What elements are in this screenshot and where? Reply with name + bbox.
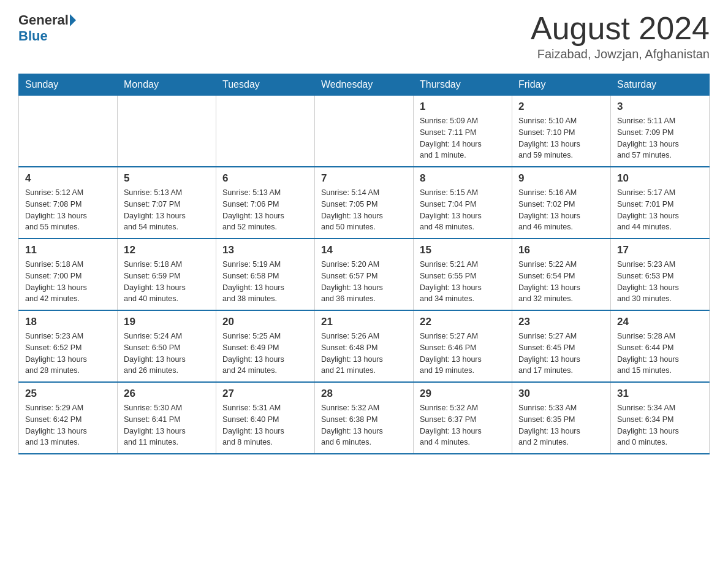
calendar-cell: 30Sunrise: 5:33 AMSunset: 6:35 PMDayligh… [512,382,611,454]
calendar-cell: 8Sunrise: 5:15 AMSunset: 7:04 PMDaylight… [414,167,512,239]
calendar-cell: 28Sunrise: 5:32 AMSunset: 6:38 PMDayligh… [315,382,414,454]
calendar-cell [216,96,315,167]
calendar-cell: 10Sunrise: 5:17 AMSunset: 7:01 PMDayligh… [611,167,710,239]
day-number: 11 [25,244,111,256]
weekday-header-tuesday: Tuesday [216,74,315,96]
calendar-week-3: 11Sunrise: 5:18 AMSunset: 7:00 PMDayligh… [19,239,710,310]
calendar-cell: 20Sunrise: 5:25 AMSunset: 6:49 PMDayligh… [216,310,315,382]
day-number: 28 [321,388,407,400]
day-number: 12 [124,244,210,256]
day-info: Sunrise: 5:11 AMSunset: 7:09 PMDaylight:… [617,115,703,161]
day-number: 7 [321,172,407,185]
calendar-cell: 23Sunrise: 5:27 AMSunset: 6:45 PMDayligh… [512,310,611,382]
day-info: Sunrise: 5:10 AMSunset: 7:10 PMDaylight:… [518,115,604,161]
calendar-cell: 19Sunrise: 5:24 AMSunset: 6:50 PMDayligh… [118,310,216,382]
calendar-cell [118,96,216,167]
day-number: 27 [222,388,308,400]
calendar-cell: 2Sunrise: 5:10 AMSunset: 7:10 PMDaylight… [512,96,611,167]
day-info: Sunrise: 5:09 AMSunset: 7:11 PMDaylight:… [420,115,506,161]
calendar-cell: 18Sunrise: 5:23 AMSunset: 6:52 PMDayligh… [19,310,118,382]
day-number: 30 [518,388,604,400]
day-info: Sunrise: 5:29 AMSunset: 6:42 PMDaylight:… [25,402,111,448]
logo-blue-text: Blue [18,28,48,44]
calendar-cell: 6Sunrise: 5:13 AMSunset: 7:06 PMDaylight… [216,167,315,239]
calendar-cell: 17Sunrise: 5:23 AMSunset: 6:53 PMDayligh… [611,239,710,310]
day-number: 2 [518,101,604,113]
day-info: Sunrise: 5:28 AMSunset: 6:44 PMDaylight:… [617,331,703,377]
day-info: Sunrise: 5:34 AMSunset: 6:34 PMDaylight:… [617,402,703,448]
day-info: Sunrise: 5:31 AMSunset: 6:40 PMDaylight:… [222,402,308,448]
calendar-cell: 24Sunrise: 5:28 AMSunset: 6:44 PMDayligh… [611,310,710,382]
page-header: General Blue August 2024 Faizabad, Jowzj… [18,12,710,61]
calendar-cell: 12Sunrise: 5:18 AMSunset: 6:59 PMDayligh… [118,239,216,310]
day-info: Sunrise: 5:27 AMSunset: 6:45 PMDaylight:… [518,331,604,377]
day-number: 13 [222,244,308,256]
day-number: 17 [617,244,703,256]
day-info: Sunrise: 5:26 AMSunset: 6:48 PMDaylight:… [321,331,407,377]
day-number: 25 [25,388,111,400]
day-number: 26 [124,388,210,400]
logo-arrow-icon [70,14,76,26]
weekday-header-sunday: Sunday [19,74,118,96]
calendar-week-1: 1Sunrise: 5:09 AMSunset: 7:11 PMDaylight… [19,96,710,167]
calendar-week-5: 25Sunrise: 5:29 AMSunset: 6:42 PMDayligh… [19,382,710,454]
day-number: 15 [420,244,506,256]
calendar-cell: 13Sunrise: 5:19 AMSunset: 6:58 PMDayligh… [216,239,315,310]
day-number: 21 [321,316,407,328]
logo-general-text: General [18,12,69,28]
day-info: Sunrise: 5:32 AMSunset: 6:37 PMDaylight:… [420,402,506,448]
day-number: 9 [518,172,604,185]
calendar-week-2: 4Sunrise: 5:12 AMSunset: 7:08 PMDaylight… [19,167,710,239]
weekday-header-friday: Friday [512,74,611,96]
day-number: 23 [518,316,604,328]
day-number: 8 [420,172,506,185]
day-number: 6 [222,172,308,185]
day-info: Sunrise: 5:20 AMSunset: 6:57 PMDaylight:… [321,259,407,305]
day-number: 10 [617,172,703,185]
calendar-cell: 9Sunrise: 5:16 AMSunset: 7:02 PMDaylight… [512,167,611,239]
day-info: Sunrise: 5:12 AMSunset: 7:08 PMDaylight:… [25,187,111,233]
calendar-cell: 4Sunrise: 5:12 AMSunset: 7:08 PMDaylight… [19,167,118,239]
calendar-cell [315,96,414,167]
day-info: Sunrise: 5:18 AMSunset: 6:59 PMDaylight:… [124,259,210,305]
day-info: Sunrise: 5:21 AMSunset: 6:55 PMDaylight:… [420,259,506,305]
calendar-table: SundayMondayTuesdayWednesdayThursdayFrid… [18,74,710,454]
calendar-cell: 22Sunrise: 5:27 AMSunset: 6:46 PMDayligh… [414,310,512,382]
day-number: 22 [420,316,506,328]
day-info: Sunrise: 5:32 AMSunset: 6:38 PMDaylight:… [321,402,407,448]
calendar-cell: 14Sunrise: 5:20 AMSunset: 6:57 PMDayligh… [315,239,414,310]
calendar-cell: 21Sunrise: 5:26 AMSunset: 6:48 PMDayligh… [315,310,414,382]
calendar-cell: 11Sunrise: 5:18 AMSunset: 7:00 PMDayligh… [19,239,118,310]
weekday-header-monday: Monday [118,74,216,96]
title-block: August 2024 Faizabad, Jowzjan, Afghanist… [531,12,710,61]
weekday-header-wednesday: Wednesday [315,74,414,96]
day-number: 24 [617,316,703,328]
calendar-cell: 29Sunrise: 5:32 AMSunset: 6:37 PMDayligh… [414,382,512,454]
calendar-cell: 27Sunrise: 5:31 AMSunset: 6:40 PMDayligh… [216,382,315,454]
calendar-cell: 3Sunrise: 5:11 AMSunset: 7:09 PMDaylight… [611,96,710,167]
day-info: Sunrise: 5:15 AMSunset: 7:04 PMDaylight:… [420,187,506,233]
day-info: Sunrise: 5:30 AMSunset: 6:41 PMDaylight:… [124,402,210,448]
day-number: 1 [420,101,506,113]
calendar-cell: 16Sunrise: 5:22 AMSunset: 6:54 PMDayligh… [512,239,611,310]
day-info: Sunrise: 5:13 AMSunset: 7:06 PMDaylight:… [222,187,308,233]
day-number: 31 [617,388,703,400]
day-number: 3 [617,101,703,113]
logo: General Blue [18,12,77,44]
day-info: Sunrise: 5:19 AMSunset: 6:58 PMDaylight:… [222,259,308,305]
day-info: Sunrise: 5:14 AMSunset: 7:05 PMDaylight:… [321,187,407,233]
calendar-week-4: 18Sunrise: 5:23 AMSunset: 6:52 PMDayligh… [19,310,710,382]
calendar-cell: 1Sunrise: 5:09 AMSunset: 7:11 PMDaylight… [414,96,512,167]
calendar-cell: 5Sunrise: 5:13 AMSunset: 7:07 PMDaylight… [118,167,216,239]
month-title: August 2024 [531,12,710,44]
day-info: Sunrise: 5:23 AMSunset: 6:53 PMDaylight:… [617,259,703,305]
calendar-cell: 31Sunrise: 5:34 AMSunset: 6:34 PMDayligh… [611,382,710,454]
weekday-header-saturday: Saturday [611,74,710,96]
location: Faizabad, Jowzjan, Afghanistan [531,47,710,61]
day-info: Sunrise: 5:25 AMSunset: 6:49 PMDaylight:… [222,331,308,377]
calendar-cell [19,96,118,167]
day-info: Sunrise: 5:16 AMSunset: 7:02 PMDaylight:… [518,187,604,233]
weekday-header-thursday: Thursday [414,74,512,96]
day-info: Sunrise: 5:23 AMSunset: 6:52 PMDaylight:… [25,331,111,377]
day-number: 18 [25,316,111,328]
